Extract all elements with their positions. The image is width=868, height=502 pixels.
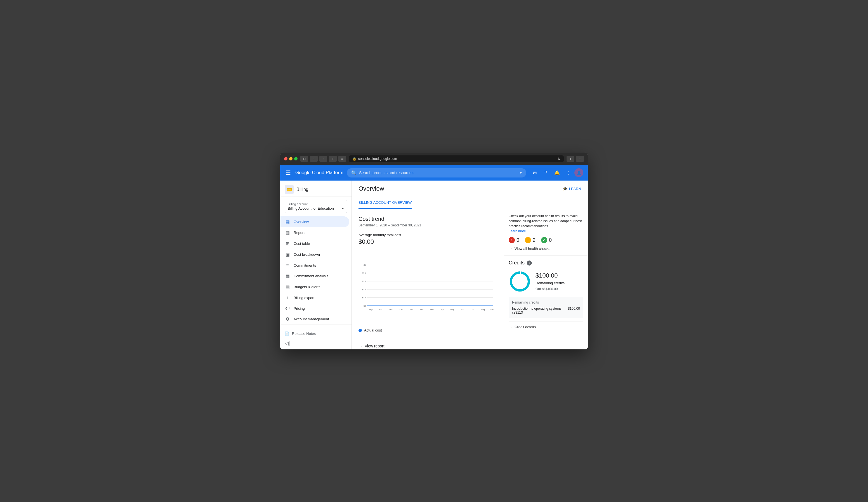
actual-cost-label: Actual cost	[364, 328, 382, 332]
commitment-analysis-icon: ▦	[285, 273, 290, 279]
billing-export-label: Billing export	[293, 296, 314, 300]
maximize-window-btn[interactable]	[294, 157, 298, 160]
billing-account-name: Billing Account for Education ▾	[288, 206, 344, 210]
credits-info-icon[interactable]: i	[527, 261, 532, 265]
view-report-link[interactable]: → View report	[359, 339, 497, 348]
sidebar-item-commitment-analysis[interactable]: ▦ Commitment analysis	[280, 271, 349, 281]
sidebar-billing-header: 💳 Billing	[280, 180, 352, 197]
credits-out-of: Out of $100.00	[536, 287, 583, 291]
search-dropdown-icon[interactable]: ▾	[520, 170, 522, 175]
release-notes-icon: 📄	[285, 332, 289, 336]
main-panel: Cost trend September 1, 2020 – September…	[352, 209, 504, 349]
reports-label: Reports	[293, 231, 307, 235]
tab-billing-account-overview[interactable]: BILLING ACCOUNT OVERVIEW	[359, 197, 412, 209]
learn-icon: 🎓	[563, 187, 567, 191]
sidebar-collapse-btn[interactable]: ◁|	[285, 338, 347, 348]
svg-text:Jan: Jan	[410, 308, 413, 311]
more-options-btn[interactable]: ⋮	[563, 168, 573, 178]
sidebar-item-cost-breakdown[interactable]: ▣ Cost breakdown	[280, 249, 349, 260]
sidebar-toggle-btn[interactable]: ⊟	[300, 156, 308, 162]
credits-donut-chart	[509, 270, 531, 293]
browser-window: ⊟ ‹ › + ⧉ 🔒 console.cloud.google.com ↻ ⬇…	[280, 153, 588, 349]
app-name: Google Cloud Platform	[295, 170, 343, 176]
credits-info: $100.00 Remaining credits Out of $100.00	[536, 272, 583, 291]
release-notes-link[interactable]: 📄 Release Notes	[285, 329, 347, 338]
close-window-btn[interactable]	[284, 157, 288, 160]
learn-btn[interactable]: 🎓 LEARN	[563, 187, 581, 195]
health-badge-ok: ✓ 0	[541, 237, 552, 243]
warning-count: 2	[533, 237, 536, 243]
commitment-analysis-label: Commitment analysis	[293, 274, 328, 278]
content-header: Overview 🎓 LEARN	[352, 180, 588, 197]
sidebar-item-reports[interactable]: ▥ Reports	[280, 227, 349, 238]
notifications-btn[interactable]: 🔔	[552, 168, 562, 178]
download-btn[interactable]: ⬇	[567, 156, 575, 162]
svg-text:$1: $1	[363, 264, 366, 266]
forward-btn[interactable]: ›	[319, 156, 327, 162]
billing-account-name-text: Billing Account for Education	[288, 206, 334, 210]
cost-breakdown-label: Cost breakdown	[293, 252, 320, 257]
sidebar-item-cost-table[interactable]: ⊞ Cost table	[280, 238, 349, 249]
credits-remaining-label: Remaining credits	[536, 281, 565, 286]
warning-badge-icon: !	[525, 237, 531, 243]
svg-text:Sep: Sep	[369, 308, 372, 311]
health-badge-error: ! 0	[509, 237, 519, 243]
cost-trend-title: Cost trend	[359, 216, 497, 222]
export-icon: ↑	[285, 295, 290, 300]
svg-text:Feb: Feb	[420, 308, 424, 311]
health-arrow-icon: →	[509, 247, 512, 251]
lock-icon: 🔒	[352, 157, 356, 161]
account-mgmt-label: Account management	[293, 317, 329, 321]
tab-list-btn[interactable]: ⧉	[338, 156, 346, 162]
svg-text:$0: $0	[363, 305, 366, 307]
minimize-window-btn[interactable]	[289, 157, 292, 160]
search-bar[interactable]: 🔍 Search products and resources ▾	[347, 168, 526, 177]
hamburger-menu-btn[interactable]: ☰	[285, 168, 292, 177]
sidebar-item-billing-export[interactable]: ↑ Billing export	[280, 292, 349, 303]
sidebar-item-account-management[interactable]: ⚙ Account management	[280, 314, 349, 325]
browser-actions: ⬇ ↑	[567, 156, 584, 162]
sidebar-item-commitments[interactable]: ≡ Commitments	[280, 260, 349, 271]
new-tab-btn[interactable]: +	[329, 156, 337, 162]
address-bar[interactable]: 🔒 console.cloud.google.com ↻	[349, 155, 564, 162]
credits-breakdown-title: Remaining credits	[512, 301, 580, 304]
health-badges: ! 0 ! 2 ✓ 0	[509, 237, 583, 243]
page-title: Overview	[359, 185, 384, 197]
commitments-icon: ≡	[285, 263, 290, 268]
sidebar-item-overview[interactable]: ▦ Overview	[280, 216, 349, 227]
billing-account-selector[interactable]: Billing account Billing Account for Educ…	[285, 200, 347, 213]
credit-item-amount: $100.00	[568, 307, 580, 311]
view-health-label: View all health checks	[515, 247, 550, 251]
credit-details-label: Credit details	[515, 325, 536, 329]
credit-details-link[interactable]: → Credit details	[509, 321, 583, 329]
chart-area: $1 $0.8 $0.6 $0.4 $0.2 $0 Sep Oct No	[359, 251, 497, 324]
search-placeholder: Search products and resources	[359, 170, 518, 175]
billing-icon: 💳	[285, 185, 293, 194]
user-avatar[interactable]: 👤	[575, 168, 583, 177]
budgets-label: Budgets & alerts	[293, 285, 320, 289]
share-btn[interactable]: ↑	[576, 156, 584, 162]
error-count: 0	[516, 237, 519, 243]
view-health-checks-link[interactable]: → View all health checks	[509, 247, 583, 251]
sidebar-item-budgets-alerts[interactable]: ▤ Budgets & alerts	[280, 281, 349, 292]
budgets-icon: ▤	[285, 284, 290, 290]
cloud-shell-btn[interactable]: ✉	[530, 168, 540, 178]
svg-text:Apr: Apr	[441, 308, 444, 311]
svg-text:$0.6: $0.6	[362, 280, 366, 283]
back-btn[interactable]: ‹	[310, 156, 318, 162]
svg-text:Jul: Jul	[472, 308, 474, 311]
credits-breakdown: Remaining credits Introduction to operat…	[509, 297, 583, 318]
credits-section: Credits i	[504, 255, 588, 333]
svg-point-27	[511, 273, 529, 290]
health-badge-warning: ! 2	[525, 237, 536, 243]
browser-controls: ⊟ ‹ › + ⧉	[300, 156, 346, 162]
sidebar-item-pricing[interactable]: 🏷 Pricing	[280, 303, 349, 314]
sidebar: 💳 Billing Billing account Billing Accoun…	[280, 180, 352, 349]
health-section: Check out your account health results to…	[504, 209, 588, 255]
ok-count: 0	[549, 237, 552, 243]
help-btn[interactable]: ?	[541, 168, 551, 178]
refresh-icon[interactable]: ↻	[558, 157, 560, 161]
url-text: console.cloud.google.com	[358, 157, 397, 161]
learn-more-link[interactable]: Learn more	[509, 229, 526, 233]
ok-badge-icon: ✓	[541, 237, 547, 243]
